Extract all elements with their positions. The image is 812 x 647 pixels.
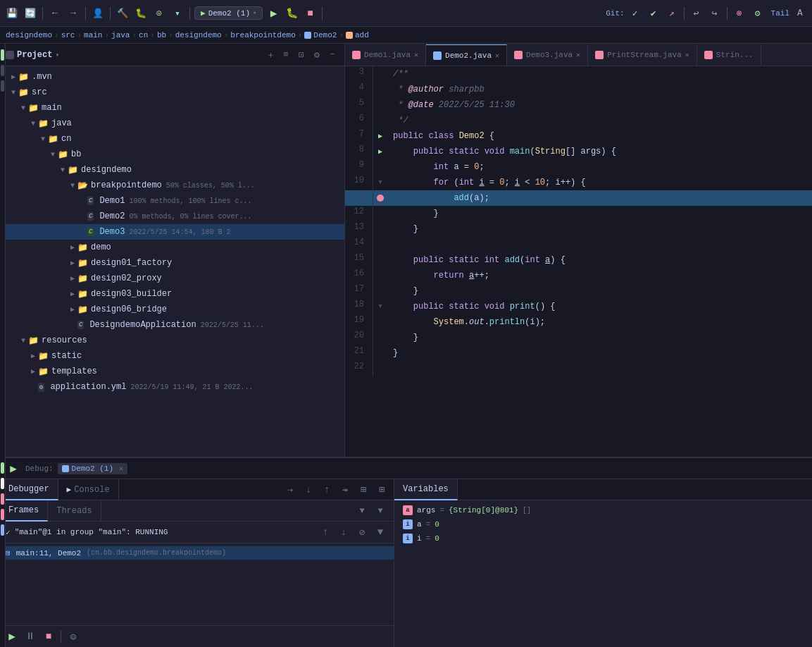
- debug-icon[interactable]: 🐛: [133, 6, 149, 21]
- tab-frames[interactable]: Frames: [0, 500, 48, 522]
- settings-icon[interactable]: ⚙: [750, 6, 766, 21]
- tab-string[interactable]: Strin...: [697, 44, 761, 66]
- step-into-icon[interactable]: ↓: [301, 482, 316, 498]
- bc-main[interactable]: main: [84, 31, 102, 39]
- tree-item-demo3[interactable]: ▶ C Demo3 2022/5/25 14:54, 180 B 2: [0, 224, 344, 240]
- grid-icon[interactable]: ⊞: [374, 482, 389, 498]
- tree-item-main[interactable]: ▼ 📁 main: [0, 100, 344, 116]
- bc-src[interactable]: src: [61, 31, 75, 39]
- tree-item-mvn[interactable]: ▶ 📁 .mvn: [0, 69, 344, 85]
- left-gutter-btn-2[interactable]: [1, 65, 4, 76]
- tab-demo2[interactable]: Demo2.java ✕: [426, 44, 507, 66]
- left-gutter-btn-3[interactable]: [1, 80, 4, 92]
- tree-item-demo1[interactable]: ▶ C Demo1 100% methods, 100% lines c...: [0, 193, 344, 209]
- tree-item-design06[interactable]: ▶ 📁 design06_bridge: [0, 302, 344, 317]
- git-tick-icon[interactable]: ✔: [646, 6, 661, 21]
- bc-breakpointdemo[interactable]: breakpointdemo: [230, 31, 295, 39]
- tree-item-design02[interactable]: ▶ 📁 design02_proxy: [0, 271, 344, 286]
- tree-item-design03[interactable]: ▶ 📁 design03_builder: [0, 286, 344, 302]
- tree-item-app[interactable]: ▶ C DesigndemoApplication 2022/5/25 11..…: [0, 317, 344, 333]
- build-icon[interactable]: 🔨: [115, 6, 130, 21]
- redo-icon[interactable]: ↪: [707, 6, 723, 21]
- settings-tree-icon[interactable]: ⚙: [311, 49, 323, 61]
- tab-close-demo1[interactable]: ✕: [414, 51, 418, 59]
- coverage-icon[interactable]: ⊙: [151, 6, 167, 21]
- var-row-args[interactable]: a args = {String[0]@801} []: [394, 503, 812, 517]
- tree-item-demo2[interactable]: ▶ C Demo2 0% methods, 0% lines cover...: [0, 209, 344, 224]
- tree-item-static[interactable]: ▶ 📁 static: [0, 348, 344, 364]
- stop-debug-icon[interactable]: ■: [41, 629, 56, 644]
- more-run-icon[interactable]: ▾: [170, 6, 185, 21]
- debug-session-tab[interactable]: Demo2 (1) ✕: [58, 463, 127, 474]
- sync-icon[interactable]: 🔄: [23, 6, 38, 21]
- var-row-i[interactable]: i i = 0: [394, 531, 812, 546]
- bc-java[interactable]: java: [111, 31, 130, 39]
- back-icon[interactable]: ←: [47, 6, 63, 21]
- thread-settings-icon[interactable]: ▼: [373, 524, 388, 540]
- forward-icon[interactable]: →: [65, 6, 81, 21]
- git-push-icon[interactable]: ↗: [664, 6, 680, 21]
- tree-item-src[interactable]: ▼ 📁 src: [0, 85, 344, 100]
- tab-console[interactable]: ▶ Console: [58, 479, 119, 500]
- tree-item-designdemo[interactable]: ▼ 📁 designdemo: [0, 162, 344, 178]
- var-row-a[interactable]: i a = 0: [394, 517, 812, 531]
- run-icon[interactable]: ▶: [266, 6, 281, 21]
- tab-debugger[interactable]: Debugger: [0, 479, 58, 500]
- tab-printstream[interactable]: PrintStream.java ✕: [588, 44, 697, 66]
- tab-demo3[interactable]: Demo3.java ✕: [507, 44, 588, 66]
- tree-item-yml[interactable]: ▶ ⚙ application.yml 2022/5/19 11:49, 21 …: [0, 379, 344, 395]
- bc-add-method[interactable]: add: [346, 31, 369, 39]
- debug-extra-side-btn[interactable]: [1, 509, 4, 520]
- bookmark-icon[interactable]: ⊗: [732, 6, 747, 21]
- run-cursor-icon[interactable]: ↠: [337, 482, 353, 498]
- thread-up-icon[interactable]: ↑: [318, 524, 333, 540]
- minimize-icon[interactable]: −: [326, 49, 339, 61]
- translate-icon[interactable]: A: [792, 6, 808, 21]
- debug-stop-side-btn[interactable]: [1, 493, 4, 505]
- filter-icon[interactable]: ▼: [354, 503, 370, 519]
- bc-designdemo2[interactable]: designdemo: [175, 31, 222, 39]
- tree-item-demo[interactable]: ▶ 📁 demo: [0, 240, 344, 255]
- tab-close-demo2[interactable]: ✕: [495, 51, 499, 60]
- git-check-icon[interactable]: ✓: [627, 6, 643, 21]
- tree-item-java[interactable]: ▼ 📁 java: [0, 116, 344, 131]
- bc-cn[interactable]: cn: [139, 31, 148, 39]
- tree-item-cn[interactable]: ▼ 📁 cn: [0, 131, 344, 147]
- bc-bb[interactable]: bb: [157, 31, 166, 39]
- step-over-icon[interactable]: ⇢: [282, 482, 298, 498]
- tree-item-bb[interactable]: ▼ 📁 bb: [0, 147, 344, 162]
- bc-demo2-class[interactable]: Demo2: [304, 31, 337, 39]
- debug-resume-side-btn[interactable]: [1, 462, 4, 474]
- profile-icon[interactable]: 👤: [90, 6, 106, 21]
- thread-down-icon[interactable]: ↓: [336, 524, 351, 540]
- debug-settings-side-btn[interactable]: [1, 524, 4, 536]
- undo-icon[interactable]: ↩: [689, 6, 704, 21]
- tab-variables[interactable]: Variables: [394, 479, 458, 500]
- save-icon[interactable]: 💾: [4, 6, 20, 21]
- debug-run-icon[interactable]: 🐛: [284, 6, 299, 21]
- stop-icon[interactable]: ■: [302, 6, 318, 21]
- sidebar-dropdown-icon[interactable]: ▾: [55, 51, 59, 59]
- tree-item-breakpointdemo[interactable]: ▼ 📂 breakpointdemo 50% classes, 50% l...: [0, 178, 344, 193]
- stack-frame-0[interactable]: ⊞ main:11, Demo2 (cn.bb.designdemo.break…: [0, 546, 394, 560]
- tab-close-demo3[interactable]: ✕: [576, 51, 580, 59]
- collapse-all-icon[interactable]: ≡: [280, 49, 292, 61]
- run-config-button[interactable]: ▶ Demo2 (1) ▾: [194, 6, 263, 20]
- tab-demo1[interactable]: Demo1.java ✕: [345, 44, 426, 66]
- evaluate-icon[interactable]: ⊞: [356, 482, 371, 498]
- bc-designdemo[interactable]: designdemo: [6, 31, 52, 39]
- thread-filter-icon[interactable]: ⊘: [354, 524, 370, 540]
- settings-debug-icon[interactable]: ⚙: [65, 629, 81, 644]
- left-gutter-btn-1[interactable]: [1, 49, 4, 61]
- debug-pause-side-btn[interactable]: [1, 478, 4, 489]
- resume-icon[interactable]: ▶: [4, 629, 20, 644]
- pause-icon[interactable]: ⏸: [23, 629, 38, 644]
- tree-item-templates[interactable]: ▶ 📁 templates: [0, 364, 344, 379]
- align-icon[interactable]: ⊡: [295, 49, 308, 61]
- tree-item-resources[interactable]: ▼ 📁 resources: [0, 333, 344, 348]
- expand-frames-icon[interactable]: ▼: [373, 503, 388, 519]
- step-out-icon[interactable]: ↑: [319, 482, 335, 498]
- tab-close-printstream[interactable]: ✕: [685, 51, 689, 59]
- tab-threads[interactable]: Threads: [48, 500, 101, 522]
- code-editor[interactable]: 3 /** 4 * @author sharpbb 5 * @date 2022…: [345, 66, 812, 457]
